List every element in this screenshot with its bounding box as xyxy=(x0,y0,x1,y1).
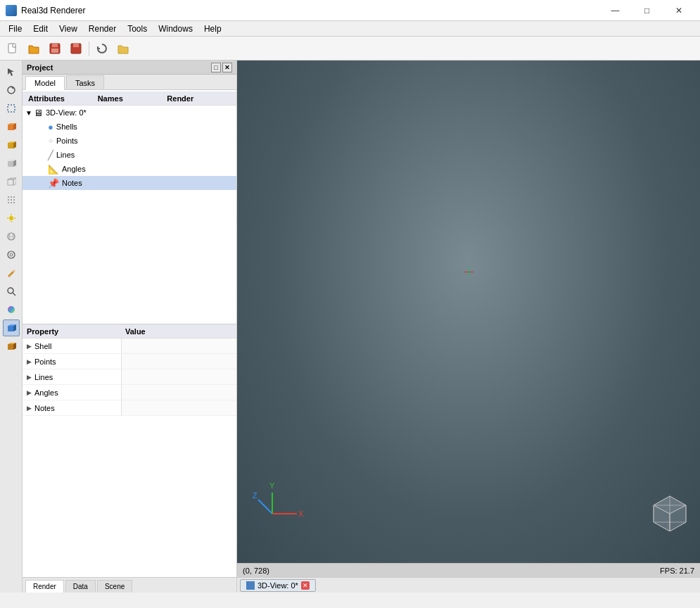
tab-tasks[interactable]: Tasks xyxy=(66,75,104,89)
svg-text:Y: Y xyxy=(269,481,275,490)
viewport-bg[interactable]: Z Y X xyxy=(237,61,700,563)
tab-scene[interactable]: Scene xyxy=(97,580,132,593)
notes-expand-icon[interactable]: ▶ xyxy=(27,405,32,412)
lines-icon: ╱ xyxy=(48,150,53,160)
menu-render[interactable]: Render xyxy=(83,23,122,35)
notes-label: Notes xyxy=(62,179,236,187)
svg-rect-3 xyxy=(51,49,58,53)
close-button[interactable]: ✕ xyxy=(663,0,694,21)
angles-prop-label: Angles xyxy=(34,388,58,397)
rotate-icon[interactable] xyxy=(3,82,20,99)
svg-point-26 xyxy=(8,202,9,203)
cursor-icon[interactable] xyxy=(3,63,20,80)
points-expand-icon[interactable]: ▶ xyxy=(27,358,32,365)
shell-label: Shell xyxy=(34,342,51,350)
svg-point-24 xyxy=(11,199,12,201)
viewport-tab[interactable]: 3D-View: 0* ✕ xyxy=(240,579,316,592)
tree-row-points[interactable]: ⁘ Points xyxy=(23,134,236,148)
menu-help[interactable]: Help xyxy=(198,23,227,35)
wireframe-icon[interactable] xyxy=(3,246,20,263)
maximize-button[interactable]: □ xyxy=(631,0,663,21)
prop-row-lines[interactable]: ▶ Lines xyxy=(23,369,236,385)
svg-point-39 xyxy=(8,288,13,293)
svg-text:Z: Z xyxy=(253,491,257,500)
save-button[interactable] xyxy=(45,39,65,58)
viewport-tab-icon xyxy=(246,581,255,590)
toolbar xyxy=(0,37,700,61)
panel-title: Project xyxy=(27,63,53,72)
svg-point-22 xyxy=(13,196,15,198)
folder-button[interactable] xyxy=(113,39,133,58)
panel-close-btn[interactable]: ✕ xyxy=(222,63,232,72)
view-icon: 🖥 xyxy=(34,108,43,118)
tab-model[interactable]: Model xyxy=(25,76,65,90)
tree-row-notes[interactable]: 📌 Notes xyxy=(23,176,236,190)
dots-grid-icon[interactable] xyxy=(3,191,20,208)
angles-label: Angles xyxy=(62,165,236,173)
property-header: Property Value xyxy=(23,324,236,338)
minimize-button[interactable]: — xyxy=(599,0,631,21)
tab-render[interactable]: Render xyxy=(25,580,64,593)
save-alt-button[interactable] xyxy=(66,39,86,58)
bottom-tabs: Render Data Scene xyxy=(23,577,236,593)
gold-cube-icon[interactable] xyxy=(3,338,20,355)
prop-row-points[interactable]: ▶ Points xyxy=(23,354,236,369)
viewport-tab-close[interactable]: ✕ xyxy=(301,581,310,590)
new-button[interactable] xyxy=(3,39,23,58)
svg-line-40 xyxy=(13,293,15,296)
prop-name-angles: ▶ Angles xyxy=(23,388,121,397)
cube-outline-icon[interactable] xyxy=(3,173,20,190)
select-box-icon[interactable] xyxy=(3,100,20,117)
shell-expand-icon[interactable]: ▶ xyxy=(27,343,32,350)
pencil-icon[interactable] xyxy=(3,265,20,281)
sun-icon[interactable] xyxy=(3,210,20,227)
lines-label: Lines xyxy=(56,151,236,159)
prop-row-shell[interactable]: ▶ Shell xyxy=(23,338,236,354)
main-layout: Project □ ✕ Model Tasks Attributes Names… xyxy=(0,61,700,593)
svg-point-38 xyxy=(10,253,13,256)
tree-row-lines[interactable]: ╱ Lines xyxy=(23,148,236,162)
prop-row-angles[interactable]: ▶ Angles xyxy=(23,385,236,400)
active-cube-icon[interactable] xyxy=(3,319,20,336)
zoom-icon[interactable] xyxy=(3,283,20,300)
lines-expand-icon[interactable]: ▶ xyxy=(27,374,32,381)
svg-point-23 xyxy=(8,199,9,201)
tab-data[interactable]: Data xyxy=(65,580,96,593)
menu-tools[interactable]: Tools xyxy=(122,23,153,35)
angles-value xyxy=(121,385,236,400)
angles-expand-icon[interactable]: ▶ xyxy=(27,389,32,396)
refresh-button[interactable] xyxy=(92,39,112,58)
points-prop-label: Points xyxy=(34,357,56,366)
svg-rect-42 xyxy=(8,326,13,331)
prop-col-property: Property xyxy=(23,327,121,336)
svg-point-37 xyxy=(8,251,15,258)
svg-point-6 xyxy=(8,87,15,94)
notes-icon: 📌 xyxy=(48,178,59,189)
tree-row-shells[interactable]: ● Shells xyxy=(23,120,236,134)
menu-windows[interactable]: Windows xyxy=(153,23,198,35)
tree-toggle-3dview[interactable]: ▼ xyxy=(25,109,34,117)
col-attributes: Attributes xyxy=(25,94,95,103)
menu-edit[interactable]: Edit xyxy=(27,23,53,35)
menu-view[interactable]: View xyxy=(53,23,83,35)
lines-prop-label: Lines xyxy=(34,373,53,381)
cube-plain-icon[interactable] xyxy=(3,155,20,172)
cube-yellow-icon[interactable] xyxy=(3,137,20,153)
svg-rect-45 xyxy=(8,344,13,350)
tree-row-angles[interactable]: 📐 Angles xyxy=(23,162,236,176)
viewport-tabs-bar: 3D-View: 0* ✕ xyxy=(237,577,700,593)
color-circle-icon[interactable] xyxy=(3,301,20,318)
svg-rect-2 xyxy=(52,44,58,47)
open-button[interactable] xyxy=(24,39,44,58)
cube-orange-icon[interactable] xyxy=(3,118,20,135)
tree-row-3dview[interactable]: ▼ 🖥 3D-View: 0* xyxy=(23,106,236,120)
lines-value xyxy=(121,369,236,384)
panel-maximize-btn[interactable]: □ xyxy=(211,63,221,72)
menu-file[interactable]: File xyxy=(3,23,27,35)
prop-name-notes: ▶ Notes xyxy=(23,404,121,412)
property-panel: Property Value ▶ Shell ▶ Points xyxy=(23,324,236,577)
menu-bar: File Edit View Render Tools Windows Help xyxy=(0,21,700,37)
left-panel: Project □ ✕ Model Tasks Attributes Names… xyxy=(23,61,237,593)
sphere-icon[interactable] xyxy=(3,228,20,245)
prop-row-notes[interactable]: ▶ Notes xyxy=(23,400,236,416)
